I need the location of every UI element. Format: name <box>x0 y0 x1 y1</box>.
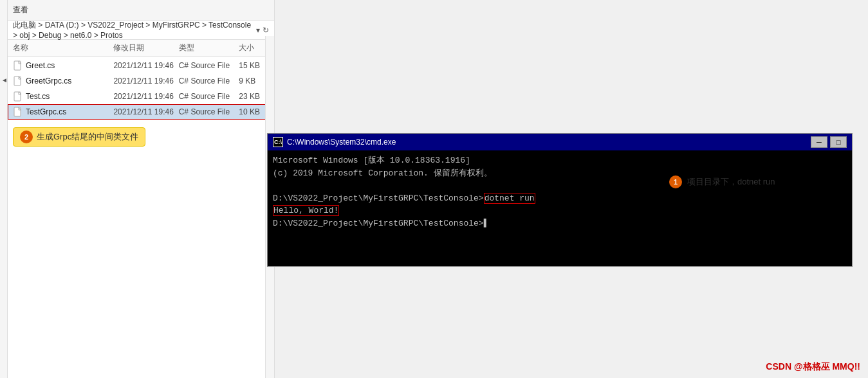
file-icon <box>13 107 23 117</box>
file-type: C# Source File <box>179 107 239 116</box>
file-date: 2021/12/11 19:46 <box>113 76 178 86</box>
file-type: C# Source File <box>179 61 239 70</box>
cmd-titlebar: C:\ C:\Windows\System32\cmd.exe ─ □ <box>268 134 852 150</box>
breadcrumb-refresh-icon[interactable]: ↻ <box>263 26 269 35</box>
file-date: 2021/12/11 19:46 <box>113 92 178 101</box>
col-header-date[interactable]: 修改日期 <box>113 42 178 53</box>
file-size: 23 KB <box>239 92 269 101</box>
col-header-name[interactable]: 名称 <box>13 42 113 53</box>
file-date: 2021/12/11 19:46 <box>113 107 178 116</box>
file-icon <box>13 76 23 86</box>
file-icon <box>13 91 23 102</box>
file-explorer: 查看 此电脑 > DATA (D:) > VS2022_Project > My… <box>8 0 275 378</box>
annotation-text-2: 生成Grpc结尾的中间类文件 <box>37 131 138 143</box>
col-header-size[interactable]: 大小 <box>239 42 269 53</box>
file-size: 15 KB <box>239 61 269 70</box>
annotation-bubble-2: 2 生成Grpc结尾的中间类文件 <box>13 127 145 147</box>
cmd-title-text: C:\Windows\System32\cmd.exe <box>287 138 396 147</box>
file-name: Test.cs <box>26 92 113 101</box>
cmd-prompt-1: D:\VS2022_Project\MyFirstGRPC\TestConsol… <box>273 194 484 203</box>
toolbar-row: 查看 <box>8 0 274 21</box>
file-type: C# Source File <box>179 92 239 101</box>
annotation-num-2: 2 <box>20 130 33 143</box>
cmd-title-left: C:\ C:\Windows\System32\cmd.exe <box>273 137 396 147</box>
cmd-controls: ─ □ <box>811 136 847 148</box>
annotation-num-1: 1 <box>669 176 682 188</box>
file-type: C# Source File <box>179 76 239 86</box>
cmd-prompt-line: D:\VS2022_Project\MyFirstGRPC\TestConsol… <box>273 192 847 205</box>
cmd-output: Hello, World! <box>273 205 339 216</box>
column-headers: 名称 修改日期 类型 大小 <box>8 40 274 57</box>
file-size: 10 KB <box>239 107 269 116</box>
cmd-body: Microsoft Windows [版本 10.0.18363.1916] (… <box>268 150 852 266</box>
cmd-output-line: Hello, World! <box>273 204 847 217</box>
file-name: Greet.cs <box>26 61 113 70</box>
cmd-annotation-1: 1 项目目录下，dotnet run <box>669 176 775 188</box>
table-row[interactable]: TestGrpc.cs 2021/12/11 19:46 C# Source F… <box>8 104 274 120</box>
table-row[interactable]: GreetGrpc.cs 2021/12/11 19:46 C# Source … <box>8 73 274 89</box>
cmd-prompt-line-2: D:\VS2022_Project\MyFirstGRPC\TestConsol… <box>273 217 847 230</box>
file-list: Greet.cs 2021/12/11 19:46 C# Source File… <box>8 57 274 121</box>
file-name: TestGrpc.cs <box>26 107 113 116</box>
left-panel: ◄ <box>0 0 8 378</box>
table-row[interactable]: Greet.cs 2021/12/11 19:46 C# Source File… <box>8 58 274 73</box>
file-name: GreetGrpc.cs <box>26 76 113 86</box>
file-icon <box>13 60 23 71</box>
toolbar-label: 查看 <box>13 4 28 15</box>
file-size: 9 KB <box>239 76 269 86</box>
csdn-watermark: CSDN @格格巫 MMQ!! <box>766 361 860 373</box>
cmd-prompt-2: D:\VS2022_Project\MyFirstGRPC\TestConsol… <box>273 219 484 228</box>
breadcrumb-dropdown-icon[interactable]: ▾ <box>256 26 260 35</box>
cmd-command: dotnet run <box>484 193 535 204</box>
annotation-text-1: 项目目录下，dotnet run <box>687 176 775 188</box>
table-row[interactable]: Test.cs 2021/12/11 19:46 C# Source File … <box>8 89 274 104</box>
cmd-window: C:\ C:\Windows\System32\cmd.exe ─ □ Micr… <box>267 133 853 267</box>
breadcrumb-text: 此电脑 > DATA (D:) > VS2022_Project > MyFir… <box>13 20 255 40</box>
cmd-line-1: Microsoft Windows [版本 10.0.18363.1916] <box>273 154 847 167</box>
file-date: 2021/12/11 19:46 <box>113 61 178 70</box>
cmd-cursor: ▌ <box>484 219 489 228</box>
cmd-app-icon: C:\ <box>273 137 283 147</box>
col-header-type[interactable]: 类型 <box>179 42 239 53</box>
left-arrow: ◄ <box>1 77 8 84</box>
breadcrumb[interactable]: 此电脑 > DATA (D:) > VS2022_Project > MyFir… <box>8 21 274 40</box>
cmd-minimize-btn[interactable]: ─ <box>811 136 827 148</box>
cmd-maximize-btn[interactable]: □ <box>830 136 847 148</box>
